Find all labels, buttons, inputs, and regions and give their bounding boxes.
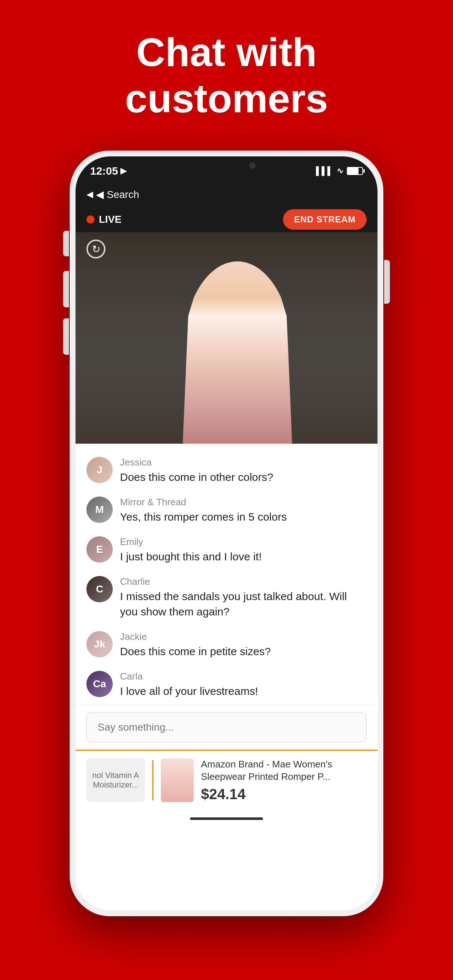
message-username: Mirror & Thread <box>120 496 367 508</box>
volume-up-button <box>63 271 69 307</box>
status-icons: ▌▌▌ ∿ <box>316 166 363 176</box>
product-price: $24.14 <box>201 786 367 802</box>
message-username: Carla <box>120 671 367 682</box>
message-text: Does this come in other colors? <box>120 469 367 485</box>
chat-message-charlie: C Charlie I missed the sandals you just … <box>75 570 378 625</box>
camera-dot <box>249 162 256 169</box>
home-bar <box>190 818 263 820</box>
chat-message-jessica: J Jessica Does this come in other colors… <box>75 451 378 491</box>
chat-input[interactable] <box>86 713 367 742</box>
product-info: Amazon Brand - Mae Women's Sleepwear Pri… <box>201 758 367 802</box>
signal-icon: ▌▌▌ <box>316 166 333 176</box>
video-stream: ↻ <box>75 232 378 444</box>
chat-area: J Jessica Does this come in other colors… <box>75 444 378 705</box>
chat-message-mirror: M Mirror & Thread Yes, this romper comes… <box>75 491 378 530</box>
message-username: Jessica <box>120 457 367 468</box>
message-content: Charlie I missed the sandals you just ta… <box>120 576 367 619</box>
message-content: Emily I just bought this and I love it! <box>120 536 367 565</box>
phone-mockup: 12:05 ▶ ▌▌▌ ∿ ◀ ◀ Search <box>70 151 383 953</box>
live-label: LIVE <box>99 214 121 225</box>
power-button <box>384 260 390 304</box>
message-username: Charlie <box>120 576 367 587</box>
product-bar: nol Vitamin AMoisturizer... Amazon Brand… <box>75 749 378 810</box>
end-stream-button[interactable]: END STREAM <box>283 209 367 230</box>
chat-message-emily: E Emily I just bought this and I love it… <box>75 530 378 570</box>
message-text: I love all of your livestreams! <box>120 684 367 699</box>
product-name: Amazon Brand - Mae Women's Sleepwear Pri… <box>201 758 367 783</box>
message-content: Carla I love all of your livestreams! <box>120 671 367 699</box>
avatar-emily: E <box>86 536 113 563</box>
message-username: Emily <box>120 536 367 547</box>
home-indicator <box>75 810 378 828</box>
chat-input-area <box>75 705 378 749</box>
message-content: Mirror & Thread Yes, this romper comes i… <box>120 496 367 525</box>
message-content: Jessica Does this come in other colors? <box>120 457 367 485</box>
flip-camera-icon[interactable]: ↻ <box>86 240 105 258</box>
product-divider <box>152 760 153 800</box>
volume-down-button <box>63 318 69 355</box>
notch <box>175 156 278 175</box>
avatar-charlie: C <box>86 576 113 602</box>
chat-message-carla: Ca Carla I love all of your livestreams! <box>75 665 378 705</box>
streamer-video <box>183 261 292 444</box>
avatar-jackie: Jk <box>86 631 113 657</box>
live-dot <box>86 215 94 223</box>
avatar-carla: Ca <box>86 671 113 697</box>
live-bar: LIVE END STREAM <box>75 207 378 232</box>
status-time: 12:05 ▶ <box>90 165 126 177</box>
back-icon[interactable]: ◀ <box>86 189 93 199</box>
message-text: Does this come in petite sizes? <box>120 644 367 659</box>
prev-product-label: nol Vitamin AMoisturizer... <box>89 767 143 793</box>
message-text: Yes, this romper comes in 5 colors <box>120 509 367 525</box>
location-icon: ▶ <box>120 166 126 176</box>
nav-search-label[interactable]: ◀ Search <box>96 188 139 200</box>
chat-message-jackie: Jk Jackie Does this come in petite sizes… <box>75 625 378 665</box>
live-badge: LIVE <box>86 214 121 225</box>
message-text: I just bought this and I love it! <box>120 549 367 565</box>
mute-button <box>63 231 69 256</box>
battery-icon <box>347 167 363 175</box>
hero-title: Chat with customers <box>103 29 350 121</box>
message-text: I missed the sandals you just talked abo… <box>120 589 367 619</box>
message-content: Jackie Does this come in petite sizes? <box>120 631 367 659</box>
avatar-mirror: M <box>86 496 113 523</box>
product-thumbnail <box>161 758 194 802</box>
nav-bar: ◀ ◀ Search <box>75 182 378 207</box>
avatar-jessica: J <box>86 457 113 483</box>
message-username: Jackie <box>120 631 367 643</box>
wifi-icon: ∿ <box>337 166 343 176</box>
prev-product: nol Vitamin AMoisturizer... <box>86 758 145 802</box>
